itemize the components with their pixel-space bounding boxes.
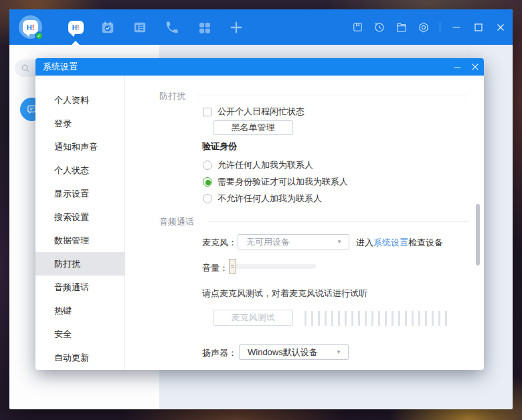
meter-bar bbox=[325, 311, 327, 326]
chevron-down-icon: ▼ bbox=[336, 349, 341, 355]
chevron-down-icon: ▼ bbox=[337, 239, 342, 245]
phone-icon bbox=[165, 20, 179, 35]
titlebar-right-icons bbox=[349, 9, 509, 45]
app-window: H! ✓ H! bbox=[9, 9, 513, 409]
sidebar-item[interactable]: 通知和声音 bbox=[35, 135, 124, 159]
sidebar-item[interactable]: 音频通话 bbox=[35, 276, 124, 299]
tab-docs[interactable] bbox=[132, 19, 148, 35]
radio-icon[interactable] bbox=[203, 194, 212, 203]
verify-option[interactable]: 允许任何人加我为联系人 bbox=[203, 156, 348, 173]
minimize-icon bbox=[451, 22, 462, 33]
chat-bubble-icon: H! bbox=[68, 21, 84, 34]
section-divider bbox=[195, 96, 469, 96]
sidebar-item[interactable]: 安全 bbox=[35, 322, 124, 346]
sidebar-item[interactable]: 个人状态 bbox=[35, 159, 124, 182]
meter-bar bbox=[338, 311, 340, 326]
mic-test-hint: 请点麦克风测试，对着麦克风说话进行试听 bbox=[202, 288, 367, 300]
volume-slider-track[interactable] bbox=[233, 264, 316, 269]
calendar-busy-label: 公开个人日程闲忙状态 bbox=[217, 106, 304, 118]
gear-icon bbox=[418, 21, 430, 33]
sidebar-item[interactable]: 搜索设置 bbox=[35, 205, 124, 229]
radio-icon[interactable] bbox=[203, 161, 212, 170]
meter-bar bbox=[331, 311, 333, 326]
volume-label: 音量： bbox=[202, 262, 228, 274]
hint-suffix: 检查设备 bbox=[408, 237, 443, 247]
meter-bar bbox=[371, 311, 373, 326]
docs-icon bbox=[133, 20, 147, 35]
verify-option[interactable]: 不允许任何人加我为联系人 bbox=[203, 190, 348, 207]
sidebar-item[interactable]: 自动更新 bbox=[35, 346, 124, 369]
meter-bar bbox=[385, 311, 387, 326]
microphone-label: 麦克风： bbox=[202, 237, 237, 249]
settings-dialog: 系统设置 个人资料登录通知和声音个人状态显示设置搜索设置数据管理防打扰音频通话热… bbox=[35, 58, 484, 370]
meter-bar bbox=[365, 311, 367, 326]
microphone-select[interactable]: 无可用设备 ▼ bbox=[238, 234, 349, 249]
logo-h: H bbox=[27, 23, 32, 31]
window-minimize-button[interactable] bbox=[448, 19, 464, 35]
minimize-icon bbox=[453, 63, 462, 72]
hint-prefix: 进入 bbox=[356, 237, 373, 247]
calendar-icon bbox=[100, 20, 115, 35]
verify-option[interactable]: 需要身份验证才可以加我为联系人 bbox=[203, 173, 348, 190]
content-scrollbar[interactable] bbox=[476, 204, 480, 266]
verify-identity-title: 验证身份 bbox=[202, 140, 237, 152]
dialog-body: 个人资料登录通知和声音个人状态显示设置搜索设置数据管理防打扰音频通话热键安全自动… bbox=[35, 76, 484, 370]
desktop: { "colors": { "titlebar_blue": "#177ae7"… bbox=[0, 0, 522, 420]
tab-apps[interactable] bbox=[196, 19, 212, 35]
meter-bar bbox=[412, 311, 414, 326]
sidebar-item[interactable]: 热键 bbox=[35, 299, 124, 322]
sidebar-item[interactable]: 数据管理 bbox=[35, 229, 124, 252]
meter-bar bbox=[392, 311, 394, 326]
mic-system-hint: 进入系统设置检查设备 bbox=[356, 237, 443, 249]
dialog-close-button[interactable] bbox=[470, 62, 481, 72]
system-settings-link[interactable]: 系统设置 bbox=[373, 237, 408, 247]
folder-button[interactable] bbox=[394, 19, 410, 35]
speaker-select[interactable]: Windows默认设备 ▼ bbox=[239, 344, 349, 360]
titlebar-separator bbox=[440, 22, 440, 32]
dialog-minimize-button[interactable] bbox=[452, 62, 462, 72]
meter-bar bbox=[438, 311, 440, 326]
search-icon bbox=[21, 64, 30, 73]
mic-test-button[interactable]: 麦克风测试 bbox=[213, 310, 293, 326]
chat-logo-excl: ! bbox=[77, 24, 79, 31]
tab-chat[interactable]: H! bbox=[68, 19, 84, 35]
volume-slider-handle[interactable] bbox=[229, 259, 236, 274]
logo-excl: ! bbox=[32, 23, 35, 31]
speaker-value: Windows默认设备 bbox=[248, 346, 318, 358]
verify-option-label: 需要身份验证才可以加我为联系人 bbox=[217, 176, 348, 188]
checkbox-icon[interactable] bbox=[203, 108, 211, 116]
meter-bar bbox=[345, 311, 347, 326]
chat-logo-h: H bbox=[72, 24, 77, 31]
dialog-header[interactable]: 系统设置 bbox=[35, 58, 484, 76]
add-button[interactable] bbox=[228, 19, 244, 35]
window-maximize-button[interactable] bbox=[470, 19, 487, 35]
tab-calendar[interactable] bbox=[100, 19, 116, 35]
meter-bar bbox=[425, 311, 427, 326]
meter-bar bbox=[398, 311, 400, 326]
calendar-busy-checkbox-row[interactable]: 公开个人日程闲忙状态 bbox=[203, 106, 304, 118]
window-close-button[interactable] bbox=[493, 19, 509, 35]
settings-sidebar: 个人资料登录通知和声音个人状态显示设置搜索设置数据管理防打扰音频通话热键安全自动… bbox=[35, 76, 125, 370]
radio-icon[interactable] bbox=[203, 177, 212, 187]
archive-button[interactable] bbox=[349, 19, 365, 35]
meter-bar bbox=[378, 311, 380, 326]
blacklist-manage-button[interactable]: 黑名单管理 bbox=[213, 120, 293, 135]
user-avatar[interactable]: H! ✓ bbox=[19, 15, 42, 39]
meter-bar bbox=[445, 311, 447, 326]
section-title-audio: 音频通话 bbox=[159, 216, 194, 228]
meter-bar bbox=[318, 311, 320, 326]
tab-phone[interactable] bbox=[164, 19, 180, 35]
sidebar-item[interactable]: 显示设置 bbox=[35, 182, 124, 205]
close-icon bbox=[470, 62, 480, 72]
app-titlebar: H! ✓ H! bbox=[9, 9, 513, 45]
meter-bar bbox=[432, 311, 434, 326]
meter-bar bbox=[304, 311, 307, 326]
sidebar-item[interactable]: 登录 bbox=[35, 112, 124, 135]
meter-bar bbox=[405, 311, 407, 326]
section-divider bbox=[207, 221, 469, 222]
sidebar-item[interactable]: 防打扰 bbox=[35, 252, 124, 276]
meter-bar bbox=[311, 311, 313, 326]
sidebar-item[interactable]: 个人资料 bbox=[35, 88, 124, 112]
settings-button[interactable] bbox=[416, 19, 432, 35]
history-button[interactable] bbox=[371, 19, 387, 35]
